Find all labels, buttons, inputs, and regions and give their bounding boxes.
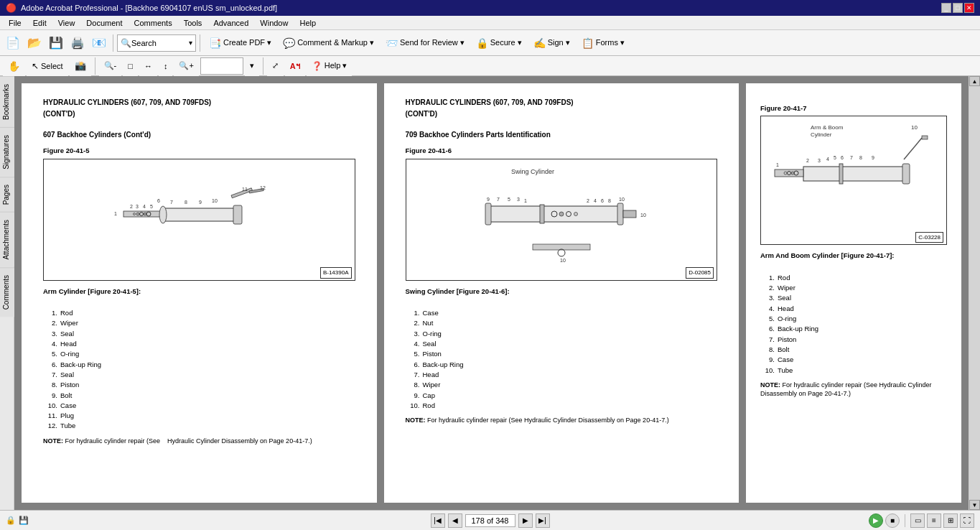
snapshot-button[interactable]: 📸 <box>70 56 91 76</box>
svg-text:3: 3 <box>517 197 520 202</box>
page2-parts-list: 1.Case 2.Nut 3.O-ring 4.Seal 5.Piston 6.… <box>406 308 718 410</box>
fit-width-button[interactable]: ↔ <box>139 56 157 76</box>
email-button[interactable]: 📧 <box>89 33 109 53</box>
sidebar-tab-comments[interactable]: Comments <box>0 267 14 317</box>
continuous-button[interactable]: ≡ <box>927 513 941 528</box>
help-button[interactable]: ❓ Help ▾ <box>307 56 353 76</box>
page1-subtitle: 607 Backhoe Cylinders (Cont'd) <box>43 130 355 140</box>
page1-figure-title: Figure 20-41-5 <box>43 146 355 155</box>
list-item: 1.Rod <box>43 308 355 317</box>
comment-markup-button[interactable]: 💬 Comment & Markup ▾ <box>278 33 379 53</box>
play-button[interactable]: ▶ <box>869 513 883 528</box>
list-item: 5.O-ring <box>760 314 947 323</box>
svg-text:Cylinder: Cylinder <box>811 131 832 138</box>
svg-text:12: 12 <box>260 185 266 190</box>
search-input[interactable] <box>131 39 189 47</box>
stop-button[interactable]: ■ <box>885 513 900 528</box>
new-button[interactable]: 📄 <box>3 33 23 53</box>
svg-text:4: 4 <box>826 157 829 162</box>
expand-button[interactable]: ⤢ <box>267 56 284 76</box>
next-page-button[interactable]: ▶ <box>518 513 533 528</box>
sign-button[interactable]: ✍️ Sign ▾ <box>528 33 575 53</box>
svg-text:7: 7 <box>170 200 173 205</box>
svg-rect-54 <box>922 136 928 139</box>
page2-subtitle: 709 Backhoe Cylinders Parts Identificati… <box>406 130 718 140</box>
pdf-page-2: HYDRAULIC CYLINDERS (607, 709, AND 709FD… <box>384 83 739 503</box>
pdf-viewer: HYDRAULIC CYLINDERS (607, 709, AND 709FD… <box>14 76 969 510</box>
page1-title1: HYDRAULIC CYLINDERS (607, 709, AND 709FD… <box>43 98 355 108</box>
page3-figure-title: Figure 20-41-7 <box>760 103 947 113</box>
title-bar-controls[interactable]: _ □ ✕ <box>941 3 974 13</box>
pdf-page-3: Figure 20-41-7 Arm & Boom Cylinder 10 <box>746 83 961 503</box>
svg-text:5: 5 <box>508 197 510 202</box>
page3-figure-svg: Arm & Boom Cylinder 10 <box>767 116 940 231</box>
menu-file[interactable]: File <box>3 17 27 29</box>
scroll-up-arrow[interactable]: ▲ <box>969 76 980 86</box>
fit-page-button[interactable]: □ <box>123 56 138 76</box>
list-item: 4.Head <box>43 339 355 348</box>
list-item: 9.Case <box>760 355 947 364</box>
list-item: 4.Head <box>760 304 947 313</box>
acrobat-menu-button[interactable]: Aฯ <box>285 56 305 76</box>
separator-2 <box>200 34 200 52</box>
forms-button[interactable]: 📋 Forms ▾ <box>577 33 630 53</box>
svg-text:9: 9 <box>872 155 874 160</box>
hand-tool-button[interactable]: ✋ <box>3 56 25 76</box>
page3-parts-list: 1.Rod 2.Wiper 3.Seal 4.Head 5.O-ring 6.B… <box>760 273 947 375</box>
menu-edit[interactable]: Edit <box>27 17 52 29</box>
menu-window[interactable]: Window <box>254 17 294 29</box>
status-bar: 🔒 💾 |◀ ◀ 178 of 348 ▶ ▶| ▶ ■ ▭ ≡ ⊞ ⛶ <box>0 510 980 530</box>
secure-button[interactable]: 🔒 Secure ▾ <box>471 33 527 53</box>
zoom-out-button[interactable]: 🔍- <box>99 56 122 76</box>
prev-page-button[interactable]: ◀ <box>448 513 462 528</box>
send-review-button[interactable]: 📨 Send for Review ▾ <box>381 33 470 53</box>
separator-3 <box>95 57 95 75</box>
list-item: 10.Rod <box>406 401 718 410</box>
list-item: 5.O-ring <box>43 349 355 358</box>
page3-figure-label: C-03228 <box>915 232 943 243</box>
select-button[interactable]: ↖ Select <box>27 56 68 76</box>
page1-title2: (CONT'D) <box>43 109 355 119</box>
menu-help[interactable]: Help <box>294 17 322 29</box>
scroll-track[interactable] <box>969 86 980 500</box>
sidebar-tab-bookmarks[interactable]: Bookmarks <box>0 76 14 127</box>
fullscreen-button[interactable]: ⛶ <box>960 513 974 528</box>
right-scrollbar[interactable]: ▲ ▼ <box>969 76 980 510</box>
last-page-button[interactable]: ▶| <box>536 513 550 528</box>
list-item: 7.Head <box>406 370 718 379</box>
zoom-in-button[interactable]: 🔍+ <box>174 56 198 76</box>
facing-button[interactable]: ⊞ <box>943 513 958 528</box>
sidebar-tab-attachments[interactable]: Attachments <box>0 212 14 267</box>
menu-advanced[interactable]: Advanced <box>207 17 254 29</box>
first-page-button[interactable]: |◀ <box>431 513 445 528</box>
zoom-menu-button[interactable]: ▾ <box>245 56 259 76</box>
single-page-button[interactable]: ▭ <box>910 513 925 528</box>
minimize-button[interactable]: _ <box>941 3 951 13</box>
close-button[interactable]: ✕ <box>964 3 974 13</box>
svg-point-2 <box>159 206 167 223</box>
menu-comments[interactable]: Comments <box>129 17 178 29</box>
menu-document[interactable]: Document <box>80 17 128 29</box>
menu-tools[interactable]: Tools <box>178 17 208 29</box>
svg-text:2: 2 <box>130 204 133 209</box>
svg-text:8: 8 <box>608 198 611 203</box>
create-pdf-button[interactable]: 📑 Create PDF ▾ <box>204 33 276 53</box>
page2-swing-title: Swing Cylinder [Figure 20-41-6]: <box>406 287 718 296</box>
document-status-icon: 🔒 <box>6 516 16 525</box>
sidebar-tab-signatures[interactable]: Signatures <box>0 127 14 177</box>
list-item: 3.Seal <box>760 293 947 302</box>
menu-view[interactable]: View <box>52 17 81 29</box>
sidebar-tab-pages[interactable]: Pages <box>0 177 14 212</box>
open-button[interactable]: 📂 <box>24 33 45 53</box>
print-button[interactable]: 🖨️ <box>67 33 88 53</box>
toolbar2: ✋ ↖ Select 📸 🔍- □ ↔ ↕ 🔍+ 79% ▾ ⤢ Aฯ ❓ He… <box>0 56 980 76</box>
restore-button[interactable]: □ <box>953 3 963 13</box>
fit-height-button[interactable]: ↕ <box>159 56 173 76</box>
svg-text:6: 6 <box>601 198 604 203</box>
scroll-down-arrow[interactable]: ▼ <box>969 500 980 510</box>
svg-rect-26 <box>617 203 623 225</box>
zoom-input[interactable]: 79% <box>204 62 233 70</box>
title-bar-left: 🔴 Adobe Acrobat Professional - [Backhoe … <box>6 3 277 13</box>
save-button[interactable]: 💾 <box>46 33 66 53</box>
svg-point-7 <box>136 213 139 215</box>
